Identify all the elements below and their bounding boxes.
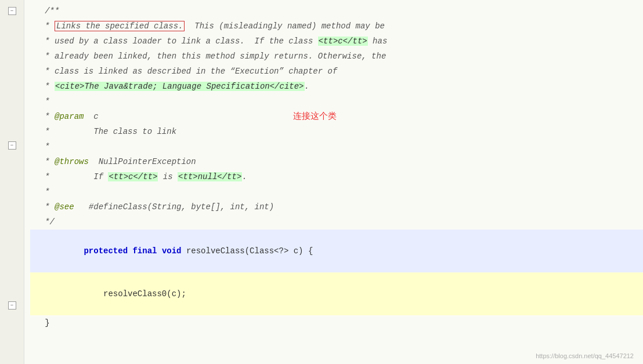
comment-content: * bbox=[30, 94, 50, 108]
editor-container: − − − /** * Links the specified class. T… bbox=[0, 0, 643, 364]
comment-content: * bbox=[30, 185, 50, 199]
comment-content: * The class to link bbox=[30, 125, 176, 139]
closing-brace-text: } bbox=[30, 316, 50, 330]
code-line: * bbox=[30, 139, 643, 154]
annotation-label: 连接这个类 bbox=[274, 109, 337, 123]
comment-content: * Links the specified class. This (misle… bbox=[30, 19, 385, 33]
method-declaration-text: protected final void resolveClass(Class<… bbox=[30, 230, 313, 272]
code-line: * used by a class loader to link a class… bbox=[30, 34, 643, 49]
code-line: * bbox=[30, 94, 643, 109]
comment-content: * used by a class loader to link a class… bbox=[30, 34, 387, 48]
gutter: − − − bbox=[0, 0, 24, 364]
comment-content: * @see #defineClass(String, byte[], int,… bbox=[30, 200, 274, 214]
comment-content: * <cite>The Java&trade; Language Specifi… bbox=[30, 79, 309, 93]
code-line: * Links the specified class. This (misle… bbox=[30, 19, 643, 34]
comment-content: * If <tt>c</tt> is <tt>null</tt>. bbox=[30, 170, 247, 184]
comment-content: * class is linked as described in the “E… bbox=[30, 64, 337, 78]
comment-content: */ bbox=[30, 215, 55, 229]
comment-content: * @param c bbox=[30, 110, 99, 123]
method-body-line: resolveClass0(c); bbox=[30, 272, 643, 315]
code-line: * @throws NullPointerException bbox=[30, 154, 643, 169]
comment-content: * already been linked, then this method … bbox=[30, 49, 386, 63]
watermark: https://blog.csdn.net/qq_44547212 bbox=[536, 352, 634, 359]
code-line: * If <tt>c</tt> is <tt>null</tt>. bbox=[30, 169, 643, 184]
code-line: */ bbox=[30, 214, 643, 230]
fold-icon-3[interactable]: − bbox=[8, 301, 16, 310]
method-body-text: resolveClass0(c); bbox=[30, 273, 186, 315]
method-declaration-line: protected final void resolveClass(Class<… bbox=[30, 230, 643, 272]
code-line: /** bbox=[30, 3, 643, 19]
code-line: * bbox=[30, 184, 643, 199]
fold-icon-2[interactable]: − bbox=[8, 141, 16, 150]
code-line: * already been linked, then this method … bbox=[30, 49, 643, 64]
code-line: * <cite>The Java&trade; Language Specifi… bbox=[30, 79, 643, 94]
code-line: * class is linked as described in the “E… bbox=[30, 64, 643, 79]
fold-icon-1[interactable]: − bbox=[8, 7, 16, 15]
code-area: /** * Links the specified class. This (m… bbox=[24, 0, 643, 364]
code-line: * @param c 连接这个类 bbox=[30, 109, 643, 124]
comment-open: /** bbox=[30, 4, 59, 18]
code-line: * The class to link bbox=[30, 124, 643, 139]
comment-content: * bbox=[30, 140, 50, 154]
comment-content: * @throws NullPointerException bbox=[30, 155, 196, 169]
closing-brace-line: } bbox=[30, 315, 643, 330]
code-line: * @see #defineClass(String, byte[], int,… bbox=[30, 199, 643, 214]
